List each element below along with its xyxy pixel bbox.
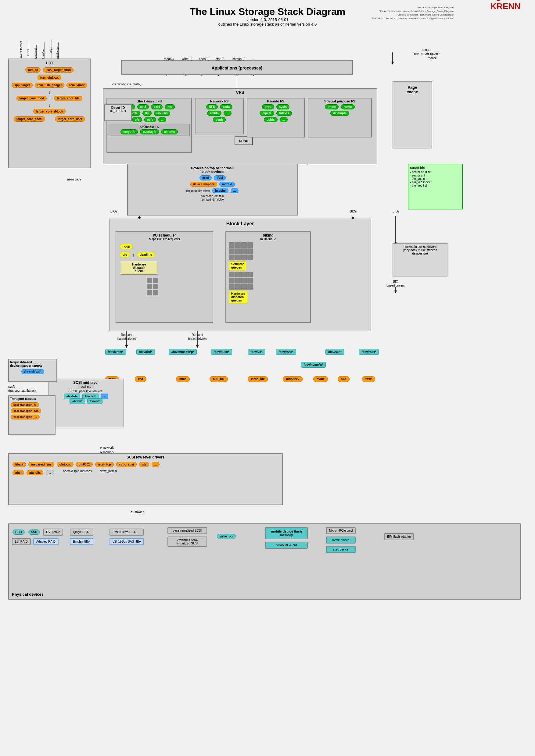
- dev-st-node: /dev/st*: [87, 398, 102, 404]
- tcm-vhost-pill: tcm_vhost: [67, 83, 87, 88]
- lfs-pill: lfs: [142, 111, 152, 116]
- gfs-pill: gfs: [132, 117, 142, 122]
- scsi-low-dots-pill: ...: [152, 462, 159, 467]
- userspace-label: userspace: [67, 178, 81, 181]
- skd-driver: skd: [338, 377, 350, 381]
- dm-mirror-label: dm-mirror: [198, 189, 210, 192]
- dvd-drive-box: DVD drive: [43, 528, 63, 536]
- scsi-low-dots2-pill: ...: [46, 470, 54, 475]
- request-based-1b: based drivers: [117, 337, 136, 340]
- ata-piix-pill: ata_piix: [27, 470, 43, 475]
- network-arrow-label: ➤ network: [100, 446, 114, 449]
- footnote: The Linux Storage Stack Diagram http://w…: [372, 6, 454, 20]
- scsi-low-box: SCSI low level drivers libata megaraid_s…: [8, 453, 283, 505]
- micron-pcie-box: Micron PCIe card: [326, 527, 356, 534]
- multi-queue-label: multi queue: [226, 237, 310, 241]
- pseudofs-dots-pill: ...: [280, 117, 288, 122]
- transport-classes-label: Transport classes: [10, 397, 54, 401]
- bios-left-label: BIOs ↓: [110, 210, 120, 213]
- usb-label: USB: [49, 47, 52, 53]
- scsi-mid-box: SCSI mid layer scsi-mq SCSI upper level …: [48, 379, 124, 427]
- noop-pill: noop: [120, 244, 133, 249]
- vfs-label: vfs_writev, vfs_readv, ...: [112, 83, 144, 86]
- scsi-mq-label: scsi-mq: [78, 384, 94, 389]
- direct-io-box: Direct I/O (O_DIRECT): [104, 104, 132, 121]
- scsi-fc-pill: scsi_transport_fc: [11, 402, 39, 407]
- struct-bio-title: struct bio: [410, 166, 461, 170]
- block-layer-box: Block Layer I/O scheduler Maps BIOs to r…: [109, 219, 371, 331]
- null-blk-driver: null_blk: [210, 377, 228, 381]
- thomas-krenn-logo: THØMASKRENN: [484, 0, 521, 11]
- tcm-usb-gadget-pill: tcm_usb_gadget: [35, 83, 64, 88]
- mtip32xx-driver: mtip32xx: [283, 377, 302, 381]
- lsi-raid-box: LSI RAID: [12, 538, 31, 545]
- tmpfs-pill: tmpfs: [325, 104, 339, 109]
- deadline-pill: deadline: [137, 252, 155, 257]
- ext4-pill: ext4: [151, 104, 162, 109]
- target-core-pscsi-pill: target_core_pscsi: [14, 117, 45, 122]
- malloc-label: malloc: [428, 56, 437, 60]
- ibm-flash-box: IBM flash adapter: [384, 533, 414, 540]
- scsi-dots-pill: scsi_transport_....: [11, 415, 40, 419]
- mmc-driver: mmc: [176, 377, 190, 381]
- io-scheduler-box: I/O scheduler Maps BIOs to requests noop…: [116, 231, 213, 323]
- sysfs-transport-label2: (transport attributes): [8, 389, 36, 392]
- ssd-pill: SSD: [28, 529, 40, 535]
- dev-rssd-node: /dev/rssd*: [276, 349, 296, 355]
- request-based-2: Request: [191, 333, 203, 337]
- io-scheduler-label: I/O scheduler: [116, 232, 212, 237]
- pseudo-fs-label: Pseudo FS: [247, 98, 304, 103]
- dev-mmc-node: /dev/mmcblk*p*: [169, 349, 197, 355]
- dev-rsxx-node: /dev/rsxx*: [359, 349, 379, 355]
- ext3-pill: ext3: [137, 104, 149, 109]
- physical-devices-box: Physical devices HDD SSD DVD drive LSI R…: [8, 524, 521, 600]
- unionfs-pill: unionfs: [161, 129, 178, 134]
- transport-box: Transport classes scsi_transport_fc scsi…: [8, 395, 56, 435]
- iscsi-target-mod-pill: iscsi_target_mod: [43, 68, 73, 72]
- overlayfs-pill: overlayfs: [140, 129, 159, 134]
- megaraid-sas-pill: megaraid_sas: [28, 462, 54, 467]
- maps-bios-label: Maps BIOs to requests: [116, 237, 212, 241]
- hooked-drivers-box: hooked in device drivers(they hook in li…: [393, 243, 447, 277]
- anon-pages-label: (anonymous pages): [413, 52, 439, 55]
- vmwares-para-box: VMware's para-virtualized SCSI: [167, 536, 207, 547]
- req-dm-label: Request-baseddevice mapper targets: [10, 361, 55, 367]
- dev-sr-node: /dev/sr*: [70, 398, 85, 404]
- bio-based-label2: based drivers: [386, 284, 405, 287]
- dm-cache-label: dm-cache: [201, 195, 213, 198]
- software-queues-label: Softwarequeues: [229, 261, 246, 270]
- applications-box: Applications (processes): [121, 60, 353, 75]
- hooked-drivers-label: hooked in device drivers(they hook in li…: [403, 245, 437, 255]
- adaptec-raid-box: Adaptec RAID: [33, 538, 59, 545]
- stacked-devices-box: Devices on top of "normal"block devices …: [127, 164, 298, 216]
- virtio-blk-driver: virtio_blk: [248, 377, 268, 381]
- dm-multipath-pill: dm-multipath: [21, 369, 44, 374]
- mmap-label: mmap: [422, 48, 430, 51]
- target-core-mod-pill: target_core_mod: [16, 96, 47, 101]
- rsxx-driver: rsxx: [362, 377, 375, 381]
- bios-right2-label: BIOs: [350, 210, 356, 213]
- mpt3sas-label: mpt3sas: [80, 470, 92, 476]
- scsi-upper-label: SCSI upper level drivers: [48, 390, 124, 393]
- hdd-pill: HDD: [13, 529, 25, 535]
- iscsi-label: iSCSI: [27, 49, 30, 56]
- lsi-12gbs-box: LSI 12Gbs SAS HBA: [109, 538, 144, 545]
- nvme-driver: nvme: [313, 377, 328, 381]
- stacked-dots-pill: ...: [231, 188, 239, 193]
- page-cache-label: Pagecache: [407, 85, 418, 94]
- block-layer-label: Block Layer: [109, 219, 371, 227]
- ocfs-pill: ocfs: [144, 117, 156, 122]
- ceph-pill: ceph: [213, 117, 225, 122]
- page-cache-box: Pagecache: [393, 81, 432, 148]
- tcm-qla2xxx-pill: tcm_qla2xxx: [38, 75, 61, 80]
- ahci-pill: ahci: [13, 470, 24, 475]
- dm-crypt-label: dm-crypt: [186, 189, 197, 192]
- scsi-sas-pill: scsi_transport_sas: [11, 409, 41, 413]
- dev-nvme-node: /dev/nvme*n*: [301, 362, 326, 368]
- bio-based-label: BIO: [393, 280, 398, 283]
- req-dm-box: Request-baseddevice mapper targets dm-mu…: [8, 359, 57, 382]
- stackable-fs-label: Stackable FS: [110, 125, 188, 129]
- para-virt-scsi-box: para-virtualized SCSI: [167, 527, 207, 534]
- aacraid-label: aacraid: [63, 470, 73, 476]
- lio-label: LIO: [9, 59, 90, 65]
